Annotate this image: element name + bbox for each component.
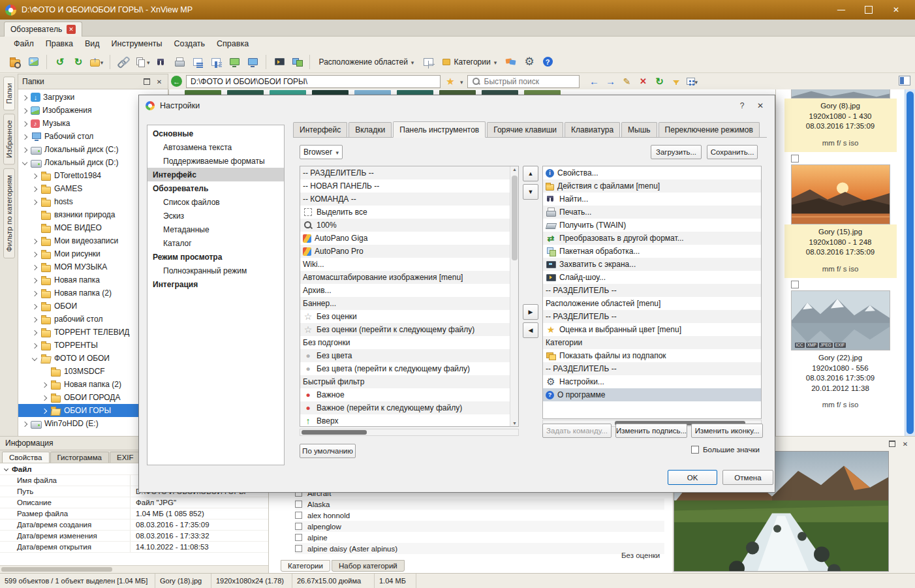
- toolbar-monitor-green-button[interactable]: [226, 54, 243, 70]
- toolbar-parent-folder-button[interactable]: [88, 54, 105, 70]
- settings-nav-эскиз[interactable]: Эскиз: [147, 209, 284, 223]
- toolbar-copy-button[interactable]: [133, 54, 151, 70]
- chevron-right-icon[interactable]: [31, 277, 38, 284]
- toolbar-layout-list-button[interactable]: [189, 54, 206, 70]
- chevron-right-icon[interactable]: [31, 303, 38, 310]
- chevron-right-icon[interactable]: [21, 133, 28, 140]
- command-item[interactable]: Настройки...: [543, 375, 761, 388]
- settings-nav-режим-просмотра[interactable]: Режим просмотра: [147, 250, 284, 264]
- command-item[interactable]: AutoPano Pro: [300, 245, 510, 258]
- settings-nav-интерфейс[interactable]: Интерфейс: [147, 168, 284, 181]
- command-item[interactable]: Баннер...: [300, 297, 510, 310]
- category-item[interactable]: alpine daisy (Aster alpinus): [295, 543, 664, 554]
- command-item[interactable]: -- РАЗДЕЛИТЕЛЬ --: [543, 362, 761, 375]
- chevron-down-icon[interactable]: [31, 355, 38, 362]
- command-item[interactable]: Категории: [543, 336, 761, 349]
- info-tab-гистограмма[interactable]: Гистограмма: [50, 452, 109, 463]
- chevron-right-icon[interactable]: [31, 185, 38, 193]
- search-input[interactable]: [484, 77, 576, 86]
- command-item[interactable]: Оценка и выбранный цвет [menu]: [543, 323, 761, 336]
- command-item[interactable]: -- РАЗДЕЛИТЕЛЬ --: [543, 310, 761, 323]
- categories-dropdown[interactable]: Категории: [437, 55, 503, 69]
- chevron-right-icon[interactable]: [21, 94, 28, 101]
- add-command-button[interactable]: [523, 304, 538, 320]
- address-nav-back-button[interactable]: [589, 76, 600, 87]
- command-item[interactable]: AutoPano Giga: [300, 232, 510, 245]
- address-refresh-button[interactable]: [654, 76, 666, 87]
- settings-nav-список-файлов[interactable]: Список файлов: [147, 195, 284, 209]
- chevron-right-icon[interactable]: [31, 316, 38, 323]
- back-icon[interactable]: [171, 76, 182, 87]
- list-hscrollbar[interactable]: [300, 429, 519, 436]
- thumbnail-checkbox[interactable]: [791, 155, 799, 162]
- categories-tab-набор-категорий[interactable]: Набор категорий: [332, 560, 405, 572]
- defaults-button[interactable]: По умолчанию: [300, 444, 356, 458]
- command-item[interactable]: Автомасштабирование изображения [menu]: [300, 271, 510, 284]
- minimize-button[interactable]: [828, 1, 855, 19]
- address-edit-button[interactable]: [621, 76, 633, 87]
- favorites-star-icon[interactable]: [444, 76, 456, 87]
- tab-close-icon[interactable]: [67, 25, 76, 34]
- command-item[interactable]: Без цвета (перейти к следующему файлу): [300, 362, 510, 375]
- command-item[interactable]: Вверх: [300, 414, 510, 427]
- close-panel-icon[interactable]: [901, 439, 910, 448]
- toolbar-link-button[interactable]: [115, 54, 132, 70]
- edit-icon-button[interactable]: Изменить иконку...: [691, 424, 763, 438]
- command-item[interactable]: Найти...: [543, 193, 761, 206]
- big-icons-checkbox[interactable]: Большие значки: [691, 446, 760, 454]
- pin-icon[interactable]: [142, 77, 151, 86]
- tab-browser[interactable]: Обозреватель: [4, 22, 82, 37]
- cancel-button[interactable]: Отмена: [722, 470, 773, 485]
- sidebar-tab-избранное[interactable]: Избранное: [3, 114, 15, 164]
- chevron-right-icon[interactable]: [21, 420, 28, 427]
- settings-nav-поддерживаемые-форматы[interactable]: Поддерживаемые форматы: [147, 154, 284, 168]
- categories-tab-категории[interactable]: Категории: [281, 560, 330, 572]
- command-item[interactable]: Действия с файлами [menu]: [543, 179, 761, 193]
- command-item[interactable]: Архив...: [300, 284, 510, 297]
- path-input[interactable]: [186, 75, 441, 88]
- dialog-tab-панель-инструментов[interactable]: Панель инструментов: [393, 121, 486, 138]
- settings-nav-полноэкранный-режим[interactable]: Полноэкранный режим: [147, 264, 284, 277]
- chevron-right-icon[interactable]: [31, 290, 38, 297]
- command-item[interactable]: Захватить с экрана...: [543, 258, 761, 271]
- info-hscrollbar[interactable]: [0, 565, 268, 573]
- settings-nav-автозамена-текста[interactable]: Автозамена текста: [147, 140, 284, 154]
- save-button[interactable]: Сохранить...: [707, 145, 758, 159]
- thumbnails-scrollbar[interactable]: [905, 89, 915, 436]
- close-button[interactable]: [882, 1, 910, 19]
- scrollbar-thumb[interactable]: [1, 567, 112, 572]
- dialog-tab-интерфейс[interactable]: Интерфейс: [293, 122, 347, 137]
- category-item[interactable]: alpine: [295, 532, 664, 543]
- chevron-right-icon[interactable]: [31, 198, 38, 206]
- command-item[interactable]: Без оценки (перейти к следующему файлу): [300, 323, 510, 336]
- toolbar-category-pair-button[interactable]: [503, 54, 520, 70]
- command-item[interactable]: Свойства...: [543, 166, 761, 179]
- chevron-right-icon[interactable]: [31, 264, 38, 271]
- toolbar-redo-button[interactable]: [70, 54, 87, 70]
- command-item[interactable]: Слайд-шоу...: [543, 271, 761, 284]
- scrollbar-thumb[interactable]: [302, 430, 367, 435]
- chevron-right-icon[interactable]: [21, 107, 28, 114]
- settings-nav-интеграция[interactable]: Интеграция: [147, 277, 284, 291]
- move-up-button[interactable]: [523, 166, 538, 181]
- panel-toggle-icon[interactable]: [899, 76, 910, 85]
- chevron-right-icon[interactable]: [31, 238, 38, 245]
- set-command-button[interactable]: Задать команду...: [542, 424, 612, 438]
- dialog-tab-вкладки[interactable]: Вкладки: [349, 122, 392, 137]
- category-item[interactable]: alex honnold: [295, 510, 664, 521]
- chevron-right-icon[interactable]: [40, 407, 48, 414]
- address-view-grid-button[interactable]: [687, 77, 698, 86]
- address-delete-button[interactable]: [638, 76, 649, 87]
- dialog-close-button[interactable]: [752, 99, 768, 112]
- menu-item-файл[interactable]: Файл: [8, 38, 40, 50]
- maximize-button[interactable]: [855, 1, 882, 19]
- category-checkbox[interactable]: [295, 501, 302, 508]
- command-item[interactable]: -- КОМАНДА --: [300, 193, 510, 206]
- command-item[interactable]: Без цвета: [300, 349, 510, 362]
- chevron-right-icon[interactable]: [21, 120, 28, 127]
- toolbar-help-button[interactable]: [539, 54, 556, 70]
- category-item[interactable]: alpenglow: [295, 521, 664, 532]
- load-button[interactable]: Загрузить...: [651, 145, 702, 159]
- dialog-tab-клавиатура[interactable]: Клавиатура: [565, 122, 620, 137]
- info-tab-exif[interactable]: EXIF: [110, 452, 141, 463]
